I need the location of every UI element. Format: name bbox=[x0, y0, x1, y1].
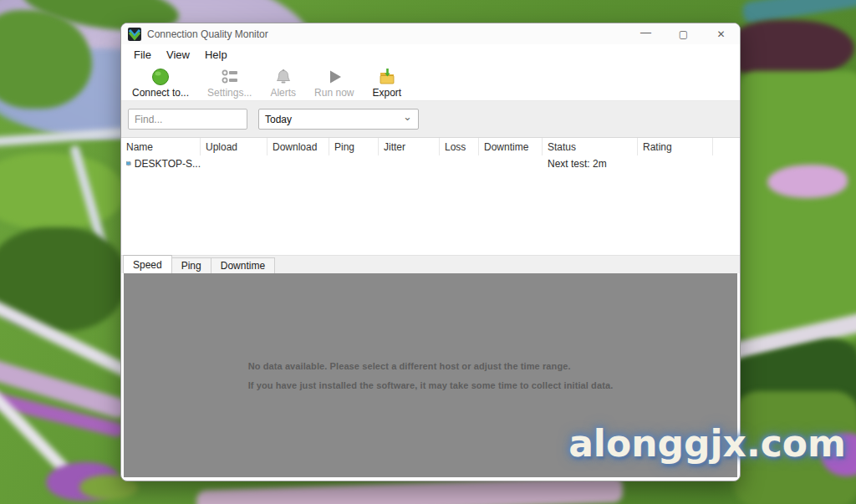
chevron-down-icon: ⌄ bbox=[403, 115, 412, 119]
host-rating-cell bbox=[638, 155, 713, 172]
play-icon bbox=[325, 67, 344, 86]
detail-tab-bar: Speed Ping Downtime bbox=[121, 255, 740, 273]
tab-downtime[interactable]: Downtime bbox=[211, 257, 275, 273]
window-controls: — ▢ ✕ bbox=[627, 23, 740, 44]
toolbar: Connect to... Settings... bbox=[121, 64, 740, 101]
export-button[interactable]: Export bbox=[363, 66, 410, 100]
monitor-icon bbox=[126, 159, 131, 169]
connect-to-button[interactable]: Connect to... bbox=[123, 66, 198, 100]
bell-icon bbox=[274, 67, 293, 86]
hosts-table: Name Upload Download Ping Jitter Loss Do… bbox=[121, 138, 740, 255]
menu-file[interactable]: File bbox=[126, 47, 159, 63]
column-header-name[interactable]: Name bbox=[121, 138, 201, 155]
table-row[interactable]: DESKTOP-S... Next test: 2m bbox=[121, 155, 740, 172]
host-loss-cell bbox=[440, 155, 479, 172]
time-range-select[interactable]: Today ⌄ bbox=[258, 109, 419, 130]
host-upload-cell bbox=[201, 155, 268, 172]
host-downtime-cell bbox=[479, 155, 543, 172]
host-download-cell bbox=[268, 155, 329, 172]
tab-ping[interactable]: Ping bbox=[171, 257, 211, 273]
run-now-button[interactable]: Run now bbox=[305, 66, 363, 100]
column-header-downtime[interactable]: Downtime bbox=[479, 138, 543, 155]
desktop-background: Connection Quality Monitor — ▢ ✕ File Vi… bbox=[0, 0, 856, 504]
minimize-icon: — bbox=[640, 27, 651, 38]
window-title: Connection Quality Monitor bbox=[147, 28, 627, 40]
column-header-jitter[interactable]: Jitter bbox=[379, 138, 440, 155]
bg-pond-pink-r bbox=[767, 165, 848, 198]
column-header-upload[interactable]: Upload bbox=[201, 138, 268, 155]
find-input[interactable] bbox=[128, 109, 247, 130]
menu-help[interactable]: Help bbox=[197, 47, 235, 63]
menu-bar: File View Help bbox=[121, 44, 740, 64]
maximize-button[interactable]: ▢ bbox=[665, 23, 702, 44]
connect-green-dot-icon bbox=[151, 67, 170, 86]
empty-state-message: No data available. Please select a diffe… bbox=[248, 361, 614, 390]
host-name: DESKTOP-S... bbox=[135, 158, 201, 170]
maximize-icon: ▢ bbox=[679, 29, 688, 39]
watermark-text: alonggjx.com bbox=[565, 422, 849, 465]
close-button[interactable]: ✕ bbox=[702, 23, 740, 44]
bg-field-right bbox=[739, 71, 856, 343]
filter-bar: Today ⌄ bbox=[121, 101, 740, 138]
sliders-icon bbox=[221, 67, 239, 86]
close-icon: ✕ bbox=[716, 29, 725, 39]
alerts-button[interactable]: Alerts bbox=[261, 66, 305, 100]
host-name-cell: DESKTOP-S... bbox=[121, 155, 201, 172]
column-header-status[interactable]: Status bbox=[543, 138, 638, 155]
hosts-table-header: Name Upload Download Ping Jitter Loss Do… bbox=[121, 138, 740, 155]
export-folder-icon bbox=[378, 67, 396, 86]
bg-maroon-patch-tr bbox=[729, 20, 854, 79]
column-header-loss[interactable]: Loss bbox=[440, 138, 479, 155]
host-jitter-cell bbox=[379, 155, 440, 172]
empty-state-line2: If you have just installed the software,… bbox=[248, 380, 614, 390]
settings-button[interactable]: Settings... bbox=[198, 66, 261, 100]
app-logo-icon bbox=[128, 28, 141, 41]
host-ping-cell bbox=[329, 155, 379, 172]
tab-speed[interactable]: Speed bbox=[123, 255, 172, 273]
titlebar[interactable]: Connection Quality Monitor — ▢ ✕ bbox=[121, 23, 740, 44]
column-header-download[interactable]: Download bbox=[268, 138, 329, 155]
app-window: Connection Quality Monitor — ▢ ✕ File Vi… bbox=[120, 23, 741, 481]
column-header-rating[interactable]: Rating bbox=[638, 138, 713, 155]
empty-state-line1: No data available. Please select a diffe… bbox=[248, 361, 571, 371]
minimize-button[interactable]: — bbox=[627, 23, 665, 44]
column-header-ping[interactable]: Ping bbox=[329, 138, 379, 155]
bg-field-left bbox=[0, 153, 125, 230]
time-range-value: Today bbox=[265, 114, 403, 125]
host-status-cell: Next test: 2m bbox=[543, 155, 638, 172]
menu-view[interactable]: View bbox=[159, 47, 197, 63]
